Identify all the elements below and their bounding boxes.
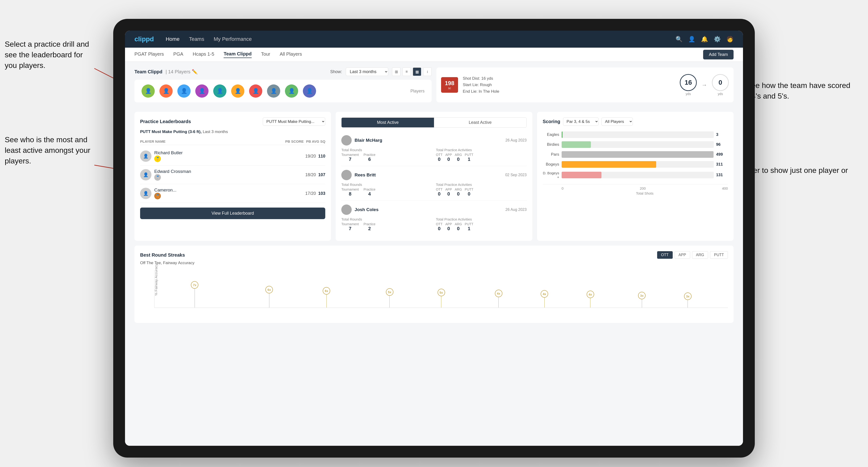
subnav-hcaps[interactable]: Hcaps 1-5 [193,52,214,58]
annotation-1: Select a practice drill and see the lead… [5,39,94,70]
axis-label-400: 400 [722,186,728,190]
grid-view-icon[interactable]: ⊞ [392,67,401,76]
score-value: 198 [445,80,454,87]
bar-label-dbogeys: D. Bogeys + [543,171,559,179]
panel-header: Practice Leaderboards PUTT Must Make Put… [140,118,325,126]
app-button[interactable]: APP [675,251,690,259]
player-avatar-10[interactable]: 👤 [303,85,316,98]
score-circles: 16 yds → 0 yds [680,74,729,96]
bar-value-bogeys: 311 [716,162,728,167]
most-active-tab[interactable]: Most Active [342,118,434,127]
col-avg: PB AVG SQ [306,139,326,144]
panel-subtitle: PUTT Must Make Putting (3-6 ft), Last 3 … [140,129,325,134]
least-active-tab[interactable]: Least Active [434,118,526,127]
add-team-button[interactable]: Add Team [703,50,734,59]
putt-button[interactable]: PUTT [710,251,728,259]
score-arrow: → [702,82,707,88]
bar-fill-eagles [562,131,563,138]
activity-practice-2: Total Practice Activities OTT0 APP0 ARG0… [436,183,527,197]
bar-fill-bogeys [562,161,656,168]
activity-header-3: Josh Coles 26 Aug 2023 [341,205,526,215]
activity-date-1: 26 Aug 2023 [505,138,527,143]
bar-label-eagles: Eagles [543,132,559,137]
player-avatar-5[interactable]: 👤 [213,85,226,98]
search-icon[interactable]: 🔍 [676,36,683,42]
bar-value-eagles: 3 [716,132,728,137]
activity-avatar-1 [341,135,352,146]
subnav-pga[interactable]: PGA [173,52,183,58]
player-avatar-1[interactable]: 👤 [142,85,155,98]
player-avatar-6[interactable]: 👤 [231,85,244,98]
streak-dot-4x-1: 4x [495,290,502,308]
team-header: Team Clippd | 14 Players ✏️ Show: Last 3… [134,67,432,76]
activity-practice-3: Total Practice Activities OTT0 APP0 ARG0… [436,217,527,231]
drill-select[interactable]: PUTT Must Make Putting... [263,118,325,126]
player-avatar-2[interactable]: 👤 [159,85,173,98]
bell-icon[interactable]: 🔔 [701,36,708,42]
bar-row-dbogeys: D. Bogeys + 131 [543,171,728,179]
view-full-leaderboard-button[interactable]: View Full Leaderboard [140,208,325,219]
activity-header-1: Blair McHarg 26 Aug 2023 [341,135,526,146]
nav-link-teams[interactable]: Teams [189,36,204,42]
panel-subtitle-period: Last 3 months [203,129,228,134]
lb-row-3: 👤 Cameron... 🥉 17/20 103 [140,184,325,203]
nav-link-performance[interactable]: My Performance [214,36,252,42]
scoring-title: Scoring [543,119,560,124]
activity-avatar-2 [341,170,352,180]
lb-avatar-3: 👤 [140,188,151,199]
sort-icon[interactable]: ↕ [423,67,432,76]
bar-label-pars: Pars [543,152,559,157]
streaks-buttons: OTT APP ARG PUTT [657,251,728,259]
lb-score-3: 17/20 [305,191,316,196]
practice-stat-1: Practice 6 [364,153,375,162]
bar-track-birdies [562,141,714,148]
subnav-tour[interactable]: Tour [261,52,270,58]
navbar: clippd Home Teams My Performance 🔍 👤 🔔 ⚙… [125,31,743,48]
streak-dot-5x-2: 5x [437,289,445,308]
lb-avg-3: 103 [318,191,325,196]
player-avatar-4[interactable]: 👤 [195,85,209,98]
lb-player-2: 👤 Edward Crossman 🥈 [140,169,303,181]
list-view-icon[interactable]: ≡ [402,67,411,76]
scoring-header: Scoring Par 3, 4 & 5s Par 3s Par 4s Par … [543,118,728,126]
subnav-team-clippd[interactable]: Team Clippd [224,51,252,58]
subnav-all-players[interactable]: All Players [280,52,302,58]
lb-badge-2: 🥈 [154,174,161,181]
player-filter-select[interactable]: All Players [601,118,633,126]
players-label: Players [410,89,425,94]
nav-icons: 🔍 👤 🔔 ⚙️ 🧑 [676,36,734,42]
settings-icon[interactable]: ⚙️ [714,36,721,42]
lb-player-3: 👤 Cameron... 🥉 [140,187,303,199]
lb-avg-1: 110 [318,154,325,159]
player-avatar-9[interactable]: 👤 [285,85,298,98]
streak-dot-4x-2: 4x [540,290,548,308]
arg-button[interactable]: ARG [692,251,708,259]
player-avatar-3[interactable]: 👤 [177,85,191,98]
avatar-icon[interactable]: 🧑 [726,36,734,42]
streaks-panel: Best Round Streaks OTT APP ARG PUTT Off … [134,246,734,323]
streaks-title: Best Round Streaks [140,252,185,258]
streaks-header: Best Round Streaks OTT APP ARG PUTT [140,251,728,259]
lb-badge-1: 🥇 [154,155,161,162]
activity-avatar-3 [341,205,352,215]
activity-name-3: Josh Coles [354,207,502,212]
show-select[interactable]: Last 3 months Last 6 months Last year [346,67,388,76]
scoring-panel: Scoring Par 3, 4 & 5s Par 3s Par 4s Par … [537,112,734,241]
ott-button[interactable]: OTT [657,251,673,259]
player-avatar-8[interactable]: 👤 [267,85,280,98]
player-avatar-7[interactable]: 👤 [249,85,262,98]
nav-link-home[interactable]: Home [165,36,180,42]
card-view-icon[interactable]: ▦ [413,67,421,76]
streak-dot-4x-3: 4x [587,290,594,308]
activity-card-3: Josh Coles 26 Aug 2023 Total Rounds Tour… [341,201,526,235]
end-lie: End Lie: In The Hole [463,88,499,95]
lb-avg-2: 107 [318,173,325,177]
user-icon[interactable]: 👤 [688,36,695,42]
lb-avatar-2: 👤 [140,169,151,181]
par-filter-select[interactable]: Par 3, 4 & 5s Par 3s Par 4s Par 5s [563,118,599,126]
activity-card-1: Blair McHarg 26 Aug 2023 Total Rounds To… [341,131,526,166]
start-lie: Start Lie: Rough [463,82,499,88]
subnav-pgat[interactable]: PGAT Players [134,52,164,58]
lb-name-2: Edward Crossman [154,169,191,174]
shot-dist: Shot Dist: 16 yds [463,75,499,82]
